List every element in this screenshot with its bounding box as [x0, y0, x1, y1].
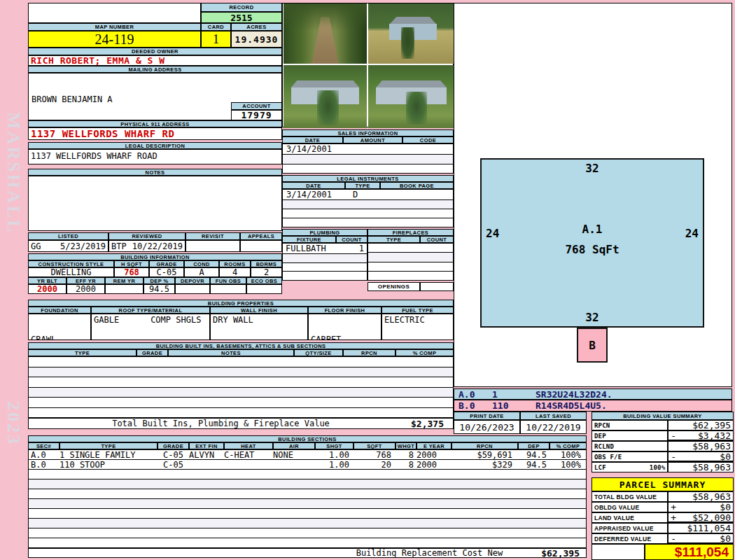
photo-driveway — [284, 4, 367, 64]
hsqft-label: H SQFT — [114, 260, 149, 267]
building-sections-title: BUILDING SECTIONS — [28, 435, 587, 442]
fireplace-type-label: TYPE — [368, 236, 420, 243]
legal-instrument-row — [283, 200, 453, 209]
bs-empty-row — [29, 499, 586, 509]
built-ins-total-row: Total Built Ins, Plumbing & Fireplace Va… — [28, 418, 454, 429]
reviewed-value: BTP10/22/2019 — [108, 240, 186, 252]
floor-finish-line1: CARPET — [311, 335, 379, 340]
hsqft-value: 768 — [114, 267, 149, 277]
foundation-value: CRAWL CINDER BLOCK — [28, 314, 91, 340]
print-date-label: PRINT DATE — [454, 412, 520, 420]
bs-rpcn: $59,691 — [451, 450, 518, 459]
construction-style-value: DWELLING — [28, 267, 114, 277]
account-label: ACCOUNT — [231, 102, 282, 110]
bvs-value: $3,432 — [698, 430, 731, 441]
li-date-label: DATE — [282, 182, 345, 189]
fireplaces-title: FIREPLACES — [368, 229, 454, 236]
vector-num: 1 — [492, 389, 536, 400]
dimension-bottom: 32 — [585, 311, 598, 324]
bs-extfin: ALVYN — [189, 450, 224, 459]
sales-date-label: DATE — [282, 136, 343, 144]
ps-value: $111,054 — [687, 523, 731, 533]
built-ins-row — [29, 357, 453, 368]
sales-row — [283, 164, 453, 174]
parcel-summary-title: PARCEL SUMMARY — [592, 477, 734, 491]
grade-value: C-05 — [149, 267, 184, 277]
roof-type: GABLE — [94, 315, 119, 325]
record-label: RECORD — [201, 3, 282, 12]
ps-label: OBLDG VALUE — [594, 504, 640, 511]
sales-code-label: CODE — [402, 136, 454, 144]
taxable-value-amount: $111,054 — [645, 544, 734, 560]
built-ins-empty-rows — [28, 356, 454, 418]
construction-style-label: CONSTRUCTION STYLE — [28, 260, 114, 267]
building-sections-footer: Building Replacement Cost New $62,395 — [28, 548, 587, 558]
bs-air: NONE — [273, 450, 315, 459]
bvs-value: $58,963 — [692, 441, 731, 451]
bs-whgt: 8 — [396, 450, 416, 459]
ps-label: LAND VALUE — [594, 514, 634, 522]
last-saved-value: 10/22/2019 — [520, 420, 587, 434]
taxable-value-label: TAXABLE VALUE — [592, 544, 645, 560]
wall-finish-label: WALL FINISH — [210, 307, 308, 314]
print-date-value: 10/26/2023 — [454, 420, 520, 434]
bs-shgt-label: SHGT — [315, 442, 354, 449]
bvs-row-rclnd: ​RCLND $58,963 — [592, 441, 734, 451]
ecoobs-label: ECO OBS — [246, 277, 282, 284]
photo-house-side-2 — [368, 65, 454, 128]
plumbing-row — [283, 272, 367, 280]
notes-label: NOTES — [28, 169, 282, 176]
reviewed-by: BTP — [111, 241, 127, 251]
bs-rpcn: $329 — [451, 460, 518, 469]
built-ins-row — [29, 368, 453, 378]
reviewed-date: 10/22/2019 — [132, 241, 183, 251]
sales-amount-label: AMOUNT — [343, 136, 402, 144]
bs-type: 110 STOOP — [59, 460, 158, 469]
bs-shgt: 1.00 — [315, 460, 354, 469]
dep-pct-value: 94.5 — [144, 284, 175, 294]
sketch-vector-b: B.0 110 R14SR4D5L4U5. — [454, 400, 732, 412]
openings-label: OPENINGS — [368, 282, 420, 291]
openings-value — [420, 282, 454, 291]
building-sections-empty-rows — [28, 470, 587, 548]
floor-finish-label: FLOOR FINISH — [308, 307, 382, 314]
dimension-right: 24 — [685, 226, 699, 239]
bvs-row-obs: ​OBS F/E -$0 — [592, 451, 734, 462]
card-label: CARD — [201, 23, 231, 31]
fireplace-row — [368, 272, 453, 280]
yrblt-label: YR BLT — [28, 277, 66, 284]
fireplace-rows — [368, 243, 454, 281]
bs-whgt: 8 — [396, 460, 416, 469]
plumbing-row — [283, 254, 367, 263]
listed-by: GG — [31, 241, 41, 251]
bs-heat — [224, 460, 273, 469]
legal-instrument-rows: 3/14/2001 D — [282, 189, 454, 227]
card-value: 1 — [201, 31, 231, 48]
built-ins-row — [29, 377, 453, 388]
bs-comp: 100% — [550, 460, 583, 469]
revisit-value — [186, 240, 240, 252]
li-bookpage-label: BOOK PAGE — [380, 182, 454, 189]
section-label: A.1 — [582, 223, 603, 236]
instrument-type: D — [353, 190, 358, 200]
funobs-value — [210, 284, 246, 294]
listed-date: 5/23/2019 — [60, 241, 106, 251]
depovr-value — [175, 284, 210, 294]
bi-qty-label: QTY/SIZE — [294, 349, 343, 356]
bs-rpcn-label: RPCN — [451, 442, 518, 449]
bvs-row-lcf: LCF100% $58,963 — [592, 462, 734, 472]
bs-eyear-label: E YEAR — [416, 442, 451, 449]
ps-row-obldg: OBLDG VALUE +$0 — [592, 502, 734, 512]
bs-shgt: 1.00 — [315, 450, 354, 459]
roof-value: GABLECOMP SHGLS — [91, 314, 210, 340]
bs-dep: 94.5 — [518, 450, 550, 459]
building-properties-title: BUILDING PROPERTIES — [28, 300, 454, 307]
sketch-area: 32 24 24 A.1 768 SqFt 32 B — [454, 3, 732, 387]
bs-type: 1 SINGLE FAMILY — [59, 450, 158, 459]
bs-empty-row — [29, 479, 586, 489]
bi-grade-label: GRADE — [136, 349, 168, 356]
bush — [406, 92, 427, 125]
bvs-label: RPCN — [594, 422, 610, 429]
bdrms-label: BDRMS — [251, 260, 282, 267]
fuel-type-value: ELECTRIC — [382, 314, 454, 340]
